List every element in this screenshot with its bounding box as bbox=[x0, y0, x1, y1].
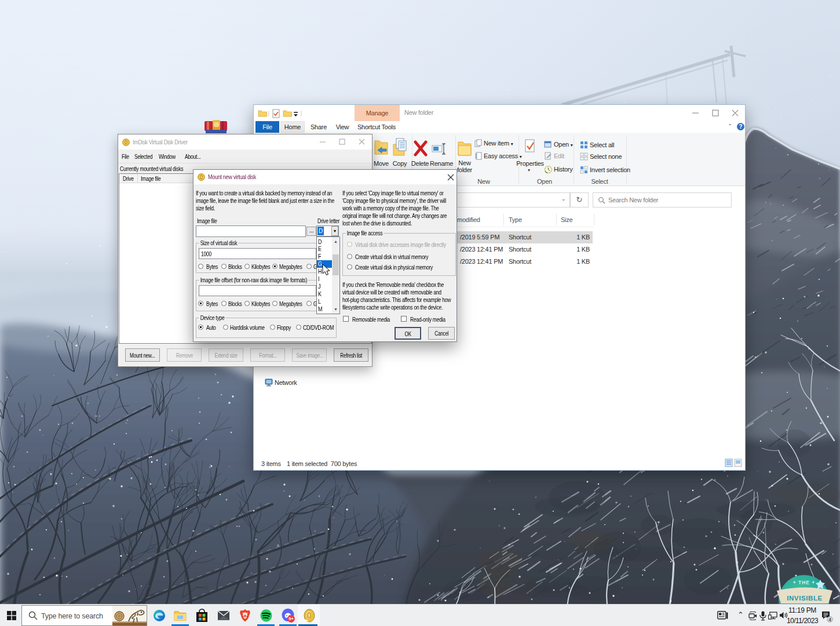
svg-text:4: 4 bbox=[828, 617, 831, 623]
svg-text:9+: 9+ bbox=[288, 616, 294, 621]
svg-text:INVISIBLE: INVISIBLE bbox=[787, 595, 823, 602]
svg-text:+ THE +: + THE + bbox=[793, 580, 816, 585]
